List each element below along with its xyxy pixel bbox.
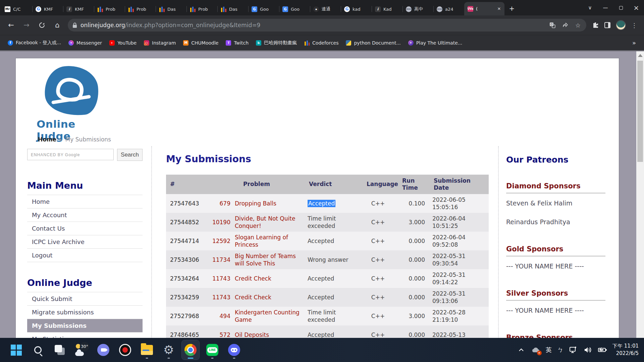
browser-tab[interactable]: i Kad <box>372 3 402 15</box>
bookmark-item[interactable]: M CHUMoodle <box>180 39 221 47</box>
reload-button[interactable] <box>36 19 48 32</box>
browser-tab[interactable]: G Goo <box>248 3 279 15</box>
bookmark-item[interactable]: ▸ YouTube <box>106 39 140 47</box>
problem-number-link[interactable]: 494 <box>206 312 230 320</box>
sidebar-item-icpc-live-archive[interactable]: ICPC Live Archive <box>27 235 143 249</box>
sidebar-item-migrate-submissions[interactable]: Migrate submissions <box>27 306 143 319</box>
taskbar-app-weather[interactable]: 30° <box>73 340 90 360</box>
problem-title-link[interactable]: Credit Check <box>230 275 308 282</box>
new-tab-button[interactable]: + <box>507 4 517 13</box>
extensions-puzzle-icon[interactable] <box>592 21 599 29</box>
taskbar-app-search[interactable] <box>29 340 47 360</box>
browser-tab[interactable]: Das <box>217 3 248 15</box>
browser-scrollbar[interactable] <box>636 51 644 338</box>
problem-title-link[interactable]: Kindergarten Counting Game <box>230 309 308 323</box>
browser-tab[interactable]: Prob <box>125 3 156 15</box>
problem-title-link[interactable]: Credit Check <box>230 294 308 301</box>
browser-tab[interactable]: G KMF <box>32 3 63 15</box>
search-input[interactable] <box>27 149 114 160</box>
problem-title-link[interactable]: Slogan Learning of Princess <box>230 234 308 248</box>
bookmark-item[interactable]: Codeforces <box>301 39 341 47</box>
battery-charging-icon[interactable] <box>598 346 607 354</box>
tab-close-icon[interactable]: × <box>496 6 502 11</box>
translate-icon[interactable]: G <box>549 21 556 29</box>
browser-tab[interactable]: i KMF <box>63 3 94 15</box>
tray-chevron-up-icon[interactable] <box>517 346 526 354</box>
bookmark-item[interactable]: T Twitch <box>223 39 252 47</box>
sidebar-item-home[interactable]: Home <box>27 195 143 208</box>
table-row: 27534306 11734 Big Number of Teams will … <box>166 250 489 269</box>
browser-menu-kebab-icon[interactable]: ⋮ <box>631 21 638 29</box>
home-button[interactable]: ⌂ <box>51 19 64 32</box>
problem-title-link[interactable]: Divide, But Not Quite Conquer! <box>230 215 308 230</box>
taskbar-app-explorer[interactable] <box>138 340 156 360</box>
taskbar-app-discord[interactable] <box>225 340 243 360</box>
browser-tab[interactable]: G kad <box>341 3 372 15</box>
forward-button[interactable]: → <box>20 19 33 32</box>
taskbar-app-recorder[interactable] <box>116 340 134 360</box>
bookmark-item[interactable]: ✦ Play The Ultimate... <box>405 39 465 47</box>
sidebar-item-contact-us[interactable]: Contact Us <box>27 222 143 235</box>
browser-tab[interactable]: Das <box>156 3 186 15</box>
taskbar-app-start[interactable] <box>7 340 25 360</box>
problem-number-link[interactable]: 11743 <box>206 275 230 282</box>
sidebar-menu: Main MenuHomeMy AccountContact UsICPC Li… <box>27 180 143 262</box>
problem-number-link[interactable]: 11734 <box>206 256 230 263</box>
share-icon[interactable] <box>561 21 569 29</box>
taskbar-app-chrome[interactable] <box>182 340 199 360</box>
taskbar-app-settings[interactable]: ⚙ <box>160 340 177 360</box>
bookmarks-overflow-chevron[interactable]: » <box>629 39 639 46</box>
address-bar[interactable]: onlinejudge.org/index.php?option=com_onl… <box>68 19 586 32</box>
ime-keyboard-indicator[interactable]: ㄅ <box>557 346 564 354</box>
taskbar-app-line[interactable]: LINE <box>204 340 221 360</box>
problem-title-link[interactable]: Oil Deposits <box>230 331 308 338</box>
problem-number-link[interactable]: 572 <box>206 331 230 338</box>
problem-title-link[interactable]: Dropping Balls <box>230 200 308 207</box>
app-icon: LINE <box>206 344 219 356</box>
bookmark-item[interactable]: ✦ Messenger <box>65 39 105 47</box>
taskbar-app-task-view[interactable] <box>51 340 68 360</box>
problem-number-link[interactable]: 12592 <box>206 237 230 245</box>
breadcrumb-home[interactable]: Home <box>38 136 56 143</box>
side-panel-icon[interactable] <box>604 21 611 29</box>
sidebar-item-my-account[interactable]: My Account <box>27 208 143 222</box>
cast-display-icon[interactable] <box>569 346 578 354</box>
window-minimize-button[interactable]: — <box>598 0 613 15</box>
problem-number-link[interactable]: 11743 <box>206 294 230 301</box>
bookmark-item[interactable]: f Facebook - 登入或... <box>5 38 64 48</box>
profile-avatar[interactable] <box>616 20 626 30</box>
window-restore-button[interactable] <box>613 0 629 15</box>
window-close-button[interactable]: × <box>629 0 644 15</box>
taskbar-clock[interactable]: 下午 11:01 2022/6/5 <box>612 343 639 357</box>
header-language: Language <box>365 179 401 190</box>
onedrive-error-icon[interactable]: ✕ <box>531 346 540 354</box>
browser-tab[interactable]: UVa ( × <box>464 2 504 15</box>
bookmark-item[interactable]: python Document... <box>343 39 404 47</box>
sidebar-item-my-statistics[interactable]: My Statistics <box>27 333 143 338</box>
taskbar-app-meet[interactable] <box>95 340 112 360</box>
bookmark-item[interactable]: ○ Instagram <box>141 39 179 47</box>
search-button[interactable]: Search <box>117 149 143 161</box>
browser-tab[interactable]: Mr C/C <box>1 3 32 15</box>
browser-tab[interactable]: ▪ 連通 <box>310 3 341 15</box>
ime-language-indicator[interactable]: 英 <box>546 346 552 354</box>
scrollbar-up-arrow-icon[interactable] <box>638 54 643 57</box>
tab-search-chevron-icon[interactable]: ∨ <box>582 0 598 15</box>
problem-number-link[interactable]: 10190 <box>206 219 230 226</box>
browser-tab[interactable]: Prob <box>94 3 125 15</box>
problem-number-link[interactable]: 679 <box>206 200 230 207</box>
volume-icon[interactable] <box>584 346 592 354</box>
sidebar-item-logout[interactable]: Logout <box>27 249 143 262</box>
back-button[interactable]: ← <box>5 19 17 32</box>
sidebar-item-quick-submit[interactable]: Quick Submit <box>27 292 143 306</box>
sidebar-item-my-submissions[interactable]: My Submissions <box>27 319 143 333</box>
browser-tab[interactable]: G Goo <box>279 3 310 15</box>
bookmark-item[interactable]: b 巴哈姆特動畫瘋 <box>253 38 300 48</box>
browser-tab[interactable]: ZERO a24 <box>433 3 464 15</box>
browser-tab[interactable]: Prob <box>186 3 217 15</box>
bookmark-star-icon[interactable]: ☆ <box>574 21 582 29</box>
scrollbar-thumb[interactable] <box>637 61 643 162</box>
site-logo[interactable]: Online Judge <box>37 66 110 142</box>
browser-tab[interactable]: ZERO 高中 <box>402 3 433 15</box>
problem-title-link[interactable]: Big Number of Teams will Solve This <box>230 252 308 267</box>
